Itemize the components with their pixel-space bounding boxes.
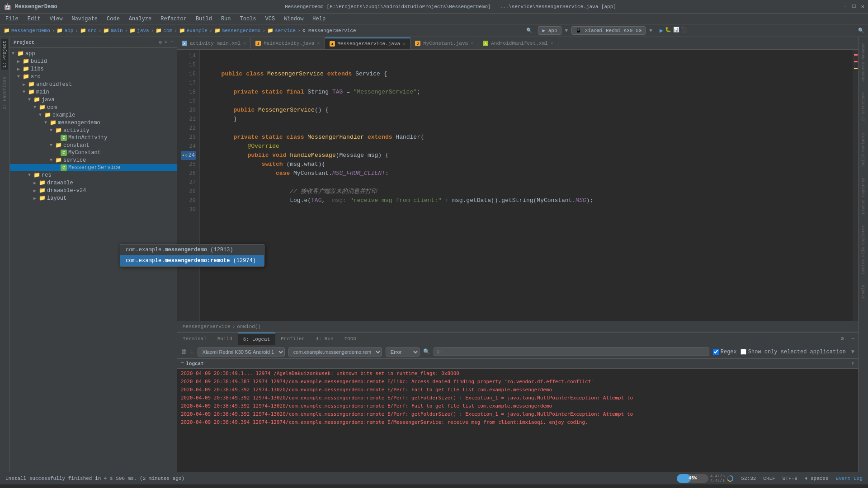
device-selector-logcat[interactable]: Xiaomi Redmi K30 5G Android 1	[198, 347, 285, 357]
menu-analyze[interactable]: Analyze	[125, 15, 155, 23]
tree-item-messengerservice[interactable]: ▶ C MessengerService	[10, 164, 177, 171]
z-structure-tab[interactable]: Z: Structure	[860, 89, 867, 125]
tab-close-mainactivity[interactable]: ✕	[317, 41, 320, 46]
tree-item-constant[interactable]: ▼ 📁 constant	[10, 141, 177, 149]
tree-item-app[interactable]: ▼ 📁 app	[10, 50, 177, 57]
process-selector[interactable]: com.example.messengerdemo:rem	[288, 347, 382, 357]
breadcrumb-file[interactable]: ⚙ MessengerService	[302, 28, 356, 33]
menu-window[interactable]: Window	[280, 15, 307, 23]
project-gear-icon[interactable]: ≡	[165, 39, 168, 45]
tab-profiler[interactable]: Profiler	[275, 333, 310, 345]
device-file-explorer-tab[interactable]: Device File Explorer	[860, 221, 867, 277]
breadcrumb-messengerdemo-pkg[interactable]: 📁messengerdemo	[214, 28, 261, 33]
log-line-6[interactable]: 2020-04-09 20:38:49.392 12974-13020/com.…	[181, 410, 854, 418]
build-variants-tab[interactable]: Build Variants	[860, 129, 867, 170]
encoding[interactable]: UTF-8	[783, 476, 797, 481]
tree-item-messengerdemo[interactable]: ▼ 📁 messengerdemo	[10, 119, 177, 127]
tree-item-libs[interactable]: ▶ 📁 libs	[10, 65, 177, 73]
logcat-expand-icon[interactable]: ⬆	[851, 360, 854, 367]
code-content[interactable]: public class MessengerService extends Se…	[200, 50, 853, 321]
project-collapse-icon[interactable]: −	[170, 39, 173, 45]
tab-todo[interactable]: TODO	[339, 333, 362, 345]
memory-indicator[interactable]: 45%	[677, 474, 708, 483]
tree-item-service[interactable]: ▼ 📁 service	[10, 156, 177, 164]
tab-close-androidmanifest[interactable]: ✕	[551, 41, 553, 46]
tab-run[interactable]: 4: Run	[310, 333, 339, 345]
event-log-button[interactable]: Event Log	[836, 476, 863, 481]
close-button[interactable]: ✕	[861, 3, 864, 10]
tree-item-res[interactable]: ▼ 📁 res	[10, 171, 177, 179]
regex-checkbox-label[interactable]: Regex	[713, 349, 737, 355]
minimize-button[interactable]: –	[844, 3, 847, 10]
run-config-selector[interactable]: ▶ app	[538, 26, 561, 35]
menu-vcs[interactable]: VCS	[262, 15, 279, 23]
dropdown-item-messengerservice-remote[interactable]: com.example.messengerdemo:remote (12974)	[120, 255, 264, 266]
tab-build[interactable]: Build	[212, 333, 238, 345]
logcat-settings-icon[interactable]: ⚙	[837, 335, 848, 342]
show-only-selected-label[interactable]: Show only selected application	[741, 349, 846, 355]
tab-close-activity-main[interactable]: ✕	[243, 41, 246, 46]
log-level-selector[interactable]: Error Verbose Debug Info Warn Assert	[386, 347, 420, 357]
run-button[interactable]: ▶	[660, 27, 663, 34]
logcat-content[interactable]: 2020-04-09 20:38:49.1... 12974 /AgelaDak…	[177, 369, 858, 472]
process-dropdown[interactable]: com.example.messengerdemo (12913) com.ex…	[120, 244, 264, 267]
log-line-1[interactable]: 2020-04-09 20:38:49.1... 12974 /AgelaDak…	[181, 370, 854, 378]
search-everywhere-icon[interactable]: 🔍	[526, 28, 533, 33]
device-selector[interactable]: 📱 Xiaomi Redmi K30 5G	[571, 26, 646, 35]
tree-item-layout[interactable]: ▶ 📁 layout	[10, 194, 177, 202]
menu-edit[interactable]: Edit	[24, 15, 44, 23]
menu-refactor[interactable]: Refactor	[157, 15, 190, 23]
show-only-dropdown-icon[interactable]: ▼	[851, 349, 854, 355]
project-tab-label[interactable]: 1: Project	[1, 39, 8, 70]
resource-manager-tab[interactable]: Resource Manager	[860, 39, 867, 85]
tab-activity-main[interactable]: X activity_main.xml ✕	[177, 38, 251, 49]
code-editor[interactable]: 14 15 16 17 18 19 20 21 22 23 24 ● @ 24 …	[177, 50, 858, 321]
menu-code[interactable]: Code	[103, 15, 123, 23]
tree-item-myconstant[interactable]: ▶ C MyConstant	[10, 149, 177, 156]
tree-item-drawable[interactable]: ▶ 📁 drawable	[10, 179, 177, 187]
breadcrumb-com[interactable]: 📁com	[156, 28, 172, 33]
tree-item-build[interactable]: ▶ 📁 build	[10, 57, 177, 65]
layout-captures-tab[interactable]: Layout Captures	[860, 174, 867, 218]
logcat-search-input[interactable]	[434, 347, 709, 356]
tree-item-drawable-v24[interactable]: ▶ 📁 drawable-v24	[10, 187, 177, 194]
tab-androidmanifest[interactable]: A AndroidManifest.xml ✕	[478, 38, 558, 49]
show-only-selected-checkbox[interactable]	[741, 349, 746, 355]
maximize-button[interactable]: □	[853, 3, 856, 10]
breadcrumb-messengerdemo[interactable]: 📁MessengerDemo	[4, 28, 50, 33]
logcat-pin-icon[interactable]: =	[181, 361, 184, 367]
menu-view[interactable]: View	[46, 15, 66, 23]
menu-navigate[interactable]: Navigate	[68, 15, 101, 23]
breadcrumb-java[interactable]: 📁java	[129, 28, 149, 33]
profile-button[interactable]: 📊	[673, 27, 679, 34]
dropdown-item-messengerdemo[interactable]: com.example.messengerdemo (12913)	[120, 244, 264, 255]
log-line-3[interactable]: 2020-04-09 20:38:49.392 12974-13020/com.…	[181, 386, 854, 394]
menu-run[interactable]: Run	[217, 15, 235, 23]
breadcrumb-method[interactable]: onBind()	[237, 324, 261, 329]
breadcrumb-src[interactable]: 📁src	[80, 28, 97, 33]
log-line-4[interactable]: 2020-04-09 20:38:49.392 12974-13020/com.…	[181, 394, 854, 402]
tree-item-java[interactable]: ▼ 📁 java	[10, 96, 177, 103]
tree-item-androidtest[interactable]: ▶ 📁 androidTest	[10, 80, 177, 88]
breadcrumb-service[interactable]: 📁service	[267, 28, 296, 33]
search-icon[interactable]: 🔍	[858, 28, 864, 33]
log-line-7[interactable]: 2020-04-09 20:38:49.394 12974-12974/com.…	[181, 418, 854, 427]
tree-item-activity[interactable]: ▼ 📁 activity	[10, 127, 177, 134]
tab-close-myconstant[interactable]: ✕	[471, 41, 473, 46]
tree-item-src[interactable]: ▼ 📁 src	[10, 73, 177, 80]
tab-mainactivity[interactable]: J MainActivity.java ✕	[251, 38, 325, 49]
menu-build[interactable]: Build	[192, 15, 216, 23]
tab-terminal[interactable]: Terminal	[177, 333, 212, 345]
tab-myconstant[interactable]: J MyConstant.java ✕	[410, 38, 478, 49]
breadcrumb-example[interactable]: 📁example	[179, 28, 208, 33]
breadcrumb-main[interactable]: 📁main	[103, 28, 123, 33]
tree-item-example[interactable]: ▼ 📁 example	[10, 111, 177, 119]
breadcrumb-class[interactable]: MessengerService	[183, 324, 231, 329]
line-ending[interactable]: CRLF	[763, 476, 775, 481]
log-line-5[interactable]: 2020-04-09 20:38:49.392 12974-13020/com.…	[181, 402, 854, 410]
tree-item-main[interactable]: ▼ 📁 main	[10, 88, 177, 96]
tab-messengerservice[interactable]: J MessengerService.java ✕	[325, 38, 411, 49]
project-sync-icon[interactable]: ⚙	[159, 39, 162, 45]
breadcrumb-app[interactable]: 📁app	[57, 28, 73, 33]
logcat-clear-icon[interactable]: 🗑	[181, 348, 187, 355]
